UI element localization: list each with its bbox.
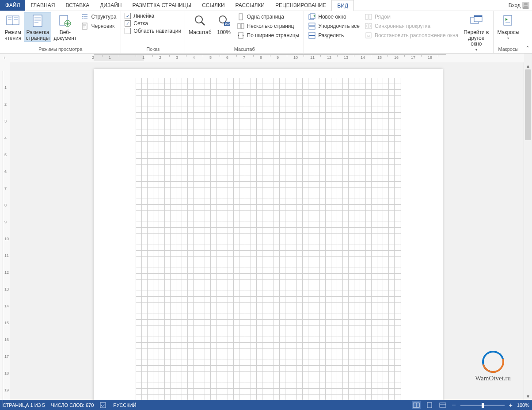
svg-text:100: 100 <box>224 22 230 25</box>
status-proofing[interactable] <box>100 402 107 408</box>
scroll-thumb[interactable] <box>525 69 531 140</box>
ribbon: Режим чтения Разметка страницы Веб-докум… <box>0 11 532 54</box>
outline-label: Структура <box>91 14 116 20</box>
horizontal-ruler[interactable]: 21123456789101112131415161718 <box>10 54 524 63</box>
switch-windows-label: Перейти в другое окно <box>463 30 490 47</box>
switch-windows-icon <box>469 14 483 28</box>
empty-checkbox-icon <box>125 28 131 34</box>
user-avatar-icon <box>522 2 529 9</box>
new-window-icon: + <box>308 13 315 20</box>
scroll-up-button[interactable]: ▴ <box>524 62 532 69</box>
web-layout-button[interactable]: Веб-документ <box>51 12 79 42</box>
tab-insert[interactable]: ВСТАВКА <box>60 0 95 11</box>
vertical-ruler[interactable]: 12345678910111213141516171819 <box>0 62 10 400</box>
gridlines-checkbox[interactable]: ✓Сетка <box>125 20 181 27</box>
checkmark-icon: ✓ <box>125 20 131 27</box>
group-show: ✓Линейка ✓Сетка Область навигации Показ <box>121 11 185 53</box>
status-word-count[interactable]: ЧИСЛО СЛОВ: 670 <box>51 402 94 408</box>
side-by-side-label: Рядом <box>375 14 391 20</box>
tab-home[interactable]: ГЛАВНАЯ <box>25 0 60 11</box>
tab-references[interactable]: ССЫЛКИ <box>197 0 230 11</box>
tab-view[interactable]: ВИД <box>331 0 354 11</box>
tab-file[interactable]: ФАЙЛ <box>0 0 25 11</box>
view-print-button[interactable] <box>425 401 434 409</box>
watermark-text: WamOtvet.ru <box>475 375 511 382</box>
view-web-button[interactable] <box>438 401 447 409</box>
menu-tabs: ФАЙЛ ГЛАВНАЯ ВСТАВКА ДИЗАЙН РАЗМЕТКА СТР… <box>0 0 532 11</box>
scroll-down-button[interactable]: ▾ <box>524 393 532 400</box>
new-window-button[interactable]: +Новое окно <box>308 13 361 21</box>
login-label: Вход <box>509 2 521 8</box>
zoom-in-button[interactable]: + <box>509 402 513 409</box>
svg-rect-35 <box>309 23 315 26</box>
side-by-side-icon <box>365 13 372 20</box>
gridlines-label: Сетка <box>133 20 148 27</box>
svg-text:+: + <box>313 14 315 18</box>
zoom-level[interactable]: 100% <box>517 402 529 408</box>
switch-windows-button[interactable]: Перейти в другое окно ▾ <box>461 12 491 54</box>
page-layout-icon <box>30 14 45 28</box>
side-by-side-button[interactable]: Рядом <box>364 13 459 21</box>
collapse-ribbon-button[interactable]: ⌃ <box>523 11 532 53</box>
tab-page-layout[interactable]: РАЗМЕТКА СТРАНИЦЫ <box>127 0 197 11</box>
web-layout-label: Веб-документ <box>53 30 77 41</box>
zoom-slider[interactable] <box>460 405 505 406</box>
print-layout-button[interactable]: Разметка страницы <box>24 12 51 42</box>
macros-button[interactable]: Макросы ▾ <box>495 12 521 42</box>
new-window-label: Новое окно <box>318 14 346 20</box>
nav-pane-checkbox[interactable]: Область навигации <box>125 28 181 34</box>
tab-design[interactable]: ДИЗАЙН <box>95 0 127 11</box>
one-page-label: Одна страница <box>247 14 284 20</box>
one-page-icon <box>237 13 244 20</box>
watermark-logo-icon <box>482 351 504 373</box>
vertical-scrollbar[interactable]: ▴ ▾ <box>524 62 532 400</box>
group-macros: Макросы ▾ Макросы <box>494 11 523 53</box>
zoom-100-button[interactable]: 100 100% <box>213 12 235 36</box>
sync-scroll-icon <box>365 23 372 30</box>
draft-label: Черновик <box>91 23 114 29</box>
svg-rect-39 <box>365 14 368 19</box>
chevron-down-icon: ▾ <box>507 35 509 41</box>
group-views: Режим чтения Разметка страницы Веб-докум… <box>0 11 121 53</box>
svg-rect-53 <box>440 403 446 407</box>
multi-page-button[interactable]: Несколько страниц <box>236 22 300 30</box>
group-window: +Новое окно Упорядочить все Разделить Ря… <box>304 11 494 53</box>
read-mode-label: Режим чтения <box>4 30 22 41</box>
nav-pane-label: Область навигации <box>133 28 181 34</box>
svg-rect-29 <box>238 23 240 29</box>
reset-position-button[interactable]: Восстановить расположение окна <box>364 31 459 39</box>
zoom-slider-knob[interactable] <box>482 403 484 408</box>
group-macros-label: Макросы <box>495 46 521 53</box>
document-canvas[interactable]: WamOtvet.ru <box>10 62 524 400</box>
status-language[interactable]: РУССКИЙ <box>113 402 136 408</box>
reset-position-icon <box>365 32 372 39</box>
outline-button[interactable]: Структура <box>80 13 117 21</box>
login-button[interactable]: Вход <box>506 0 532 11</box>
ruler-checkbox[interactable]: ✓Линейка <box>125 13 181 19</box>
view-read-button[interactable] <box>412 401 421 409</box>
split-button[interactable]: Разделить <box>308 31 361 39</box>
group-zoom: Масштаб 100 100% Одна страница Несколько… <box>185 11 304 53</box>
workspace: L 21123456789101112131415161718 12345678… <box>0 54 532 400</box>
tab-mailings[interactable]: РАССЫЛКИ <box>230 0 270 11</box>
read-mode-button[interactable]: Режим чтения <box>2 12 24 42</box>
proofing-icon <box>100 402 107 408</box>
zoom-out-button[interactable]: − <box>452 401 456 409</box>
draft-page-icon <box>81 23 88 30</box>
macros-scroll-icon <box>501 14 515 28</box>
sync-scroll-button[interactable]: Синхронная прокрутка <box>364 22 459 30</box>
split-label: Разделить <box>318 32 344 38</box>
svg-rect-40 <box>369 14 372 19</box>
draft-button[interactable]: Черновик <box>80 22 117 30</box>
sync-scroll-label: Синхронная прокрутка <box>375 23 430 29</box>
web-globe-icon <box>58 14 72 28</box>
page-width-button[interactable]: По ширине страницы <box>236 31 300 39</box>
tab-review[interactable]: РЕЦЕНЗИРОВАНИЕ <box>270 0 331 11</box>
arrange-all-button[interactable]: Упорядочить все <box>308 22 361 30</box>
one-page-button[interactable]: Одна страница <box>236 13 300 21</box>
svg-point-22 <box>195 16 202 23</box>
split-window-icon <box>308 32 315 39</box>
svg-rect-28 <box>239 14 243 20</box>
svg-rect-30 <box>241 23 244 29</box>
zoom-button[interactable]: Масштаб <box>187 12 213 36</box>
